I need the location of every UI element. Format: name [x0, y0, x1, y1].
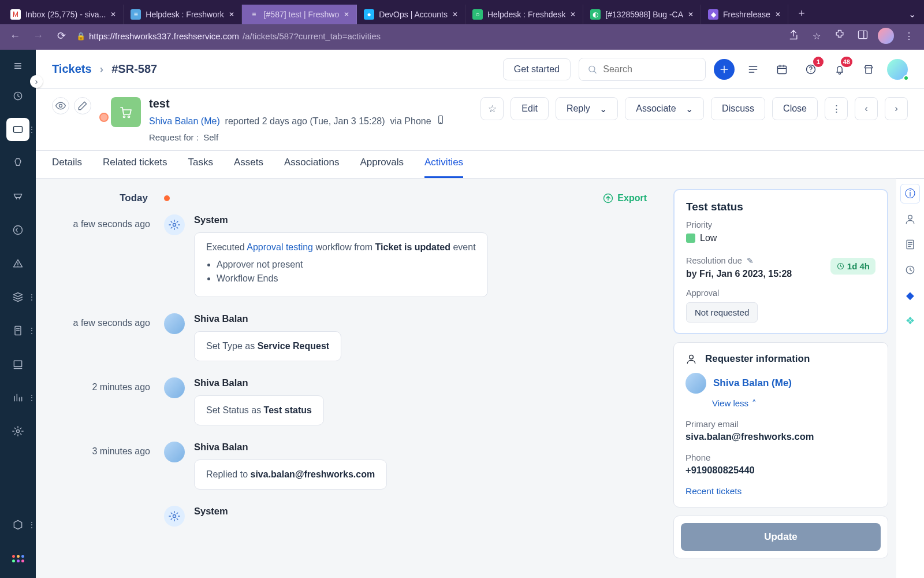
help-icon[interactable]: 1	[800, 59, 821, 80]
tab-details[interactable]: Details	[52, 151, 82, 178]
chrome-profile-avatar[interactable]	[878, 28, 894, 44]
tab-approvals[interactable]: Approvals	[360, 151, 404, 178]
new-tab-button[interactable]: ＋	[788, 1, 815, 24]
notifications-icon[interactable]: 48	[829, 59, 850, 80]
requester-name-link[interactable]: Shiva Balan (Me)	[713, 377, 792, 389]
browser-tab[interactable]: ≡ Helpdesk : Freshwork ✕	[124, 5, 241, 24]
edit-button[interactable]: Edit	[511, 97, 549, 120]
sidenav-solutions[interactable]	[6, 353, 29, 376]
sidepanel-icon[interactable]	[855, 29, 871, 43]
sidenav-tickets[interactable]: ⋮	[6, 118, 29, 141]
reported-line: reported 2 days ago (Tue, Jan 3 15:28)	[225, 116, 385, 126]
edit-icon[interactable]	[74, 97, 91, 114]
rail-info-icon[interactable]: ⓘ	[900, 184, 920, 203]
watch-icon[interactable]	[52, 97, 69, 114]
sidenav-inventory[interactable]: ⋮	[6, 286, 29, 309]
export-button[interactable]: Export	[602, 192, 647, 204]
rail-time-icon[interactable]	[900, 260, 920, 280]
reply-button[interactable]: Reply ⌄	[556, 97, 618, 120]
search-input[interactable]	[602, 64, 697, 75]
reload-button[interactable]: ⟳	[53, 29, 69, 42]
sidenav-assets[interactable]: ⋮	[6, 513, 29, 536]
sidenav-contracts[interactable]: ⋮	[6, 319, 29, 342]
get-started-button[interactable]: Get started	[503, 58, 571, 80]
browser-tab[interactable]: M Inbox (25,775) - siva... ✕	[3, 5, 124, 24]
activity-card: Executed Approval testing workflow from …	[194, 232, 488, 297]
todo-icon[interactable]	[743, 59, 763, 80]
sidenav-dashboard[interactable]	[6, 84, 29, 108]
rail-requester-icon[interactable]	[900, 209, 920, 229]
svg-point-14	[173, 224, 176, 227]
extensions-icon[interactable]	[832, 29, 848, 43]
more-actions-button[interactable]: ⋮	[825, 97, 848, 120]
rail-app-icon[interactable]: ❖	[900, 311, 920, 331]
close-icon[interactable]: ✕	[570, 10, 576, 18]
prev-ticket-button[interactable]: ‹	[855, 97, 878, 120]
close-button[interactable]: Close	[772, 97, 818, 120]
browser-tab[interactable]: ◐ [#13285988] Bug -CA ✕	[583, 5, 701, 24]
approval-status[interactable]: Not requested	[686, 302, 758, 323]
url-input[interactable]: 🔒 https://freshworks337.freshservice.com…	[76, 31, 778, 41]
hamburger-icon[interactable]: ≡	[14, 58, 22, 74]
ticket-requester-link[interactable]: Shiva Balan (Me)	[149, 116, 220, 126]
browser-tab[interactable]: ● DevOps | Accounts ✕	[357, 5, 465, 24]
close-icon[interactable]: ✕	[344, 10, 349, 18]
view-less-toggle[interactable]: View less ˄	[712, 398, 757, 409]
tab-assets[interactable]: Assets	[234, 151, 263, 178]
close-icon[interactable]: ✕	[688, 10, 694, 18]
tab-related[interactable]: Related tickets	[103, 151, 167, 178]
back-button[interactable]: ←	[7, 30, 23, 42]
kebab-icon[interactable]: ⋮	[28, 125, 35, 134]
associate-button[interactable]: Associate ⌄	[625, 97, 704, 120]
sidenav-changes[interactable]	[6, 185, 29, 208]
sidenav-admin[interactable]	[6, 420, 29, 443]
close-icon[interactable]: ✕	[452, 10, 458, 18]
ticket-title: test	[149, 97, 445, 110]
forward-button[interactable]: →	[30, 30, 46, 42]
calendar-icon[interactable]	[772, 59, 792, 80]
tab-associations[interactable]: Associations	[284, 151, 339, 178]
browser-tab[interactable]: ○ Helpdesk : Freshdesk ✕	[465, 5, 583, 24]
star-button[interactable]: ☆	[480, 97, 504, 120]
tab-tasks[interactable]: Tasks	[188, 151, 213, 178]
edit-due-icon[interactable]: ✎	[747, 256, 754, 265]
chrome-menu-icon[interactable]: ⋮	[901, 31, 917, 42]
tab-title: Freshrelease	[723, 10, 770, 19]
breadcrumb-root[interactable]: Tickets	[52, 62, 92, 76]
kebab-icon[interactable]: ⋮	[28, 521, 35, 529]
star-icon[interactable]: ☆	[808, 31, 825, 42]
recent-tickets-link[interactable]: Recent tickets	[685, 486, 742, 497]
sidenav-releases[interactable]	[6, 218, 29, 242]
search-box[interactable]	[579, 58, 706, 81]
tab-list-button[interactable]: ⌄	[900, 4, 924, 24]
sidenav-apps[interactable]	[6, 547, 29, 570]
rail-notes-icon[interactable]	[900, 235, 920, 254]
update-button[interactable]: Update	[681, 523, 881, 551]
due-remaining-chip: 1d 4h	[830, 258, 875, 275]
workflow-link[interactable]: Approval testing	[247, 242, 313, 252]
kebab-icon[interactable]: ⋮	[28, 394, 35, 402]
close-icon[interactable]: ✕	[775, 10, 781, 18]
marketplace-icon[interactable]	[858, 59, 879, 80]
kebab-icon[interactable]: ⋮	[28, 327, 35, 335]
sidenav-alerts[interactable]	[6, 252, 29, 275]
profile-avatar[interactable]	[887, 59, 908, 80]
kebab-icon[interactable]: ⋮	[28, 293, 35, 301]
tab-activities[interactable]: Activities	[424, 151, 463, 178]
sidenav-problems[interactable]	[6, 151, 29, 175]
close-icon[interactable]: ✕	[110, 10, 116, 18]
expand-sidebar-button[interactable]: ›	[30, 75, 43, 88]
browser-tab[interactable]: ◆ Freshrelease ✕	[701, 5, 788, 24]
sidenav-analytics[interactable]: ⋮	[6, 386, 29, 409]
side-nav: › ≡ ⋮ ⋮ ⋮ ⋮ ⋮	[0, 50, 36, 578]
new-button[interactable]	[714, 59, 735, 80]
rail-jira-icon[interactable]: ◆	[900, 286, 920, 305]
discuss-button[interactable]: Discuss	[711, 97, 765, 120]
close-icon[interactable]: ✕	[229, 10, 234, 18]
priority-value[interactable]: Low	[700, 233, 717, 243]
browser-tab-active[interactable]: ≡ [#587] test | Freshwo ✕	[242, 5, 357, 24]
share-icon[interactable]	[785, 29, 802, 43]
activity-row: a few seconds ago Shiva Balan Set Type a…	[54, 313, 647, 361]
url-path: /a/tickets/587?current_tab=activities	[243, 31, 381, 41]
next-ticket-button[interactable]: ›	[885, 97, 908, 120]
